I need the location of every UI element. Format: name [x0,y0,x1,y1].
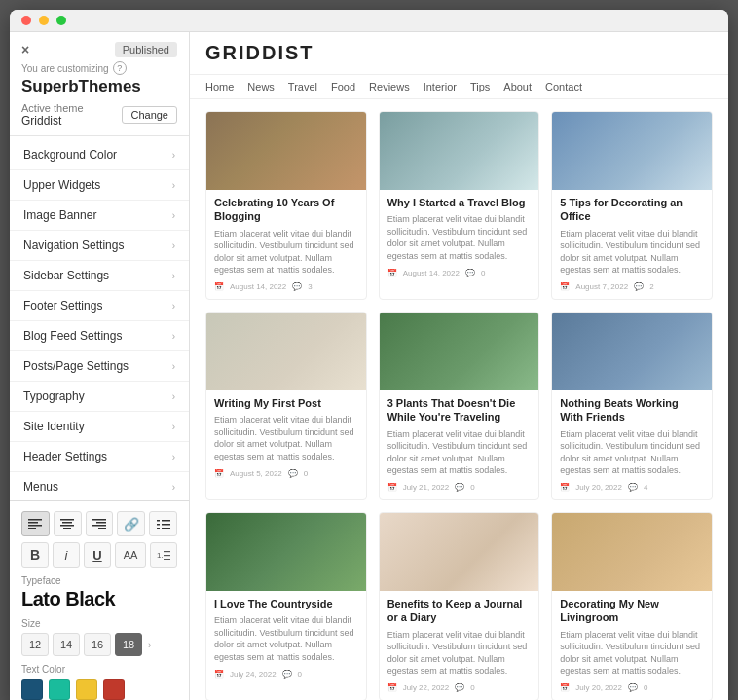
sidebar-item-header-settings[interactable]: Header Settings › [10,442,189,472]
chevron-right-icon: › [172,391,175,402]
link-button[interactable]: 🔗 [117,511,145,536]
svg-rect-20 [164,555,170,556]
sidebar-item-upper-widgets[interactable]: Upper Widgets › [10,170,189,201]
close-dot[interactable] [21,16,31,25]
svg-rect-19 [164,551,170,552]
blog-card[interactable]: Benefits to Keep a Journal or a DiaryEti… [379,512,540,700]
blog-card[interactable]: Nothing Beats Working With FriendsEtiam … [551,312,713,500]
comment-icon: 💬 [288,469,298,478]
card-meta: 📅July 22, 2022💬0 [387,683,532,692]
align-left-button[interactable] [21,511,50,536]
card-excerpt: Etiam placerat velit vitae dui blandit s… [214,614,358,663]
chevron-right-icon: › [172,240,175,251]
site-title: GRIDDIST [205,42,713,64]
blog-card[interactable]: 3 Plants That Doesn't Die While You're T… [379,312,540,500]
sidebar-item-background-color[interactable]: Background Color › [10,140,189,170]
nav-tips[interactable]: Tips [470,81,490,92]
text-size-button[interactable]: AA [115,542,146,568]
svg-rect-8 [92,519,106,521]
size-14-button[interactable]: 14 [53,633,80,656]
calendar-icon: 📅 [214,670,224,679]
post-date: August 14, 2022 [403,269,460,277]
blog-card[interactable]: I Love The CountrysideEtiam placerat vel… [205,512,367,700]
sidebar-header: × Published You are customizing ? Superb… [10,32,189,136]
underline-button[interactable]: U [84,542,111,568]
info-icon[interactable]: ? [113,61,127,75]
card-meta: 📅August 7, 2022💬2 [560,282,704,291]
nav-interior[interactable]: Interior [424,81,457,92]
site-header: GRIDDIST [190,32,728,75]
active-theme-label: Active theme [21,102,84,114]
typeface-value: Lato Black [21,588,177,610]
comment-icon: 💬 [628,483,638,492]
blog-card[interactable]: Writing My First PostEtiam placerat veli… [205,312,367,500]
calendar-icon: 📅 [214,469,224,478]
sidebar-item-typography[interactable]: Typography › [10,382,189,412]
color-swatch-teal[interactable] [49,679,70,700]
color-row [21,679,177,700]
blog-card[interactable]: Celebrating 10 Years Of BloggingEtiam pl… [205,111,367,300]
italic-button[interactable]: i [53,542,80,568]
theme-name: SuperbThemes [21,77,177,96]
minimize-dot[interactable] [39,16,49,25]
blog-card[interactable]: 5 Tips for Decorating an OfficeEtiam pla… [551,111,713,300]
color-swatch-yellow[interactable] [76,679,97,700]
comment-count: 4 [644,483,647,492]
nav-travel[interactable]: Travel [288,81,317,92]
sidebar-item-site-identity[interactable]: Site Identity › [10,412,189,442]
change-theme-button[interactable]: Change [122,106,177,124]
nav-home[interactable]: Home [205,81,234,92]
card-excerpt: Etiam placerat velit vitae dui blandit s… [214,228,358,276]
svg-text:1.: 1. [157,551,164,560]
nav-reviews[interactable]: Reviews [369,81,410,92]
blog-card[interactable]: Why I Started a Travel BlogEtiam placera… [379,111,540,300]
comment-count: 0 [304,469,308,478]
close-button[interactable]: × [21,42,29,57]
menu-item-label: Image Banner [23,208,96,222]
sidebar-item-image-banner[interactable]: Image Banner › [10,201,189,231]
list-button[interactable] [149,511,177,536]
nav-contact[interactable]: Contact [545,81,582,92]
sidebar-item-footer-settings[interactable]: Footer Settings › [10,291,189,321]
color-swatch-blue[interactable] [21,679,43,700]
color-swatch-red[interactable] [103,679,125,700]
sidebar-item-blog-feed-settings[interactable]: Blog Feed Settings › [10,321,189,351]
browser-window: × Published You are customizing ? Superb… [10,10,728,700]
svg-rect-11 [98,528,106,529]
sidebar-item-menus[interactable]: Menus › [10,472,189,502]
size-16-button[interactable]: 16 [84,633,111,656]
nav-about[interactable]: About [503,81,532,92]
svg-rect-9 [96,522,106,524]
card-excerpt: Etiam placerat velit vitae dui blandit s… [387,629,532,678]
chevron-right-icon: › [172,180,175,191]
post-date: July 22, 2022 [403,683,450,692]
svg-rect-1 [28,522,38,524]
sidebar-header-top: × Published [21,42,177,57]
size-18-button[interactable]: 18 [115,633,142,656]
typography-overlay: 🔗 B i U AA 1. Typeface Lato B [10,500,189,700]
align-center-button[interactable] [54,511,82,536]
size-row: 12 14 16 18 › [21,633,177,656]
blog-grid: Celebrating 10 Years Of BloggingEtiam pl… [190,99,728,700]
card-title: 3 Plants That Doesn't Die While You're T… [387,396,532,424]
nav-news[interactable]: News [247,81,275,92]
bold-button[interactable]: B [21,542,49,568]
nav-food[interactable]: Food [331,81,355,92]
svg-rect-15 [162,524,170,526]
menu-item-label: Blog Feed Settings [23,329,122,343]
menu-item-label: Posts/Page Settings [23,359,129,373]
comment-icon: 💬 [282,670,292,679]
card-title: Writing My First Post [214,396,358,410]
calendar-icon: 📅 [387,683,397,692]
align-right-button[interactable] [86,511,114,536]
sidebar-item-navigation-settings[interactable]: Navigation Settings › [10,231,189,261]
size-12-button[interactable]: 12 [21,633,49,656]
maximize-dot[interactable] [56,16,66,25]
sidebar-item-posts-page-settings[interactable]: Posts/Page Settings › [10,351,189,382]
sidebar-item-sidebar-settings[interactable]: Sidebar Settings › [10,261,189,291]
ordered-list-button[interactable]: 1. [150,542,177,568]
color-label: Text Color [21,664,177,675]
menu-item-label: Header Settings [23,450,107,463]
calendar-icon: 📅 [560,683,570,692]
blog-card[interactable]: Decorating My New LivingroomEtiam placer… [551,512,713,700]
